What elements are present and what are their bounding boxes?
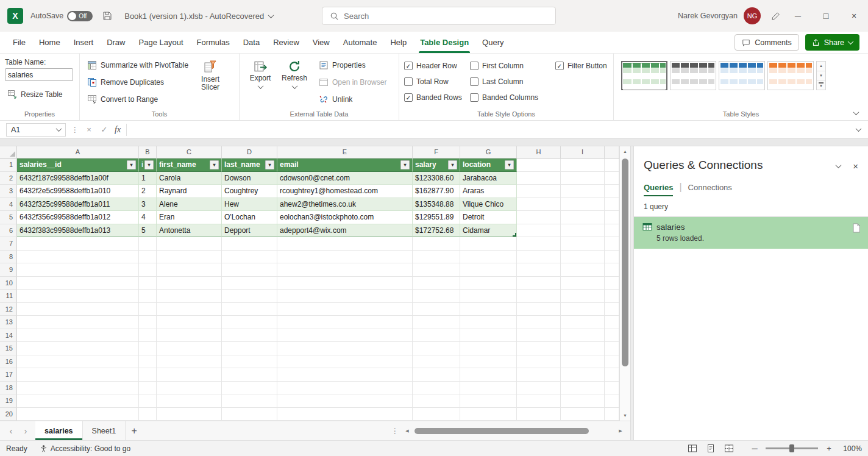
cell-B3[interactable]: 2 [139, 185, 157, 198]
cell-G11[interactable] [460, 290, 517, 303]
cell-C16[interactable] [157, 355, 222, 369]
table-style-orange[interactable] [767, 61, 814, 90]
row-header-11[interactable]: 11 [0, 290, 17, 303]
properties-button[interactable]: Properties [316, 58, 389, 73]
cell-A7[interactable] [17, 237, 139, 251]
cell-D1[interactable]: last_name▾ [222, 159, 277, 172]
filter-button[interactable]: ▾ [144, 160, 154, 169]
cell-A11[interactable] [17, 290, 139, 303]
name-box-options-icon[interactable]: ⋮ [71, 126, 79, 134]
ribbon-tab-review[interactable]: Review [266, 32, 306, 53]
checkbox-last-column[interactable]: Last Column [470, 77, 553, 86]
cell-B5[interactable]: 4 [139, 211, 157, 224]
vertical-scroll-thumb[interactable] [622, 159, 628, 366]
cell-H3[interactable] [517, 185, 561, 198]
select-all-corner[interactable] [0, 146, 17, 159]
filter-button[interactable]: ▾ [265, 160, 274, 169]
cell-D16[interactable] [222, 355, 277, 369]
cell-A9[interactable] [17, 263, 139, 277]
cell-H18[interactable] [517, 382, 561, 395]
cell-B13[interactable] [139, 316, 157, 329]
cell-I13[interactable] [561, 316, 605, 329]
checkbox-first-column[interactable]: First Column [470, 62, 553, 70]
cell-G5[interactable]: Detroit [460, 211, 517, 224]
cell-G12[interactable] [460, 303, 517, 316]
cell-F14[interactable] [413, 329, 460, 343]
column-header-C[interactable]: C [157, 146, 222, 159]
cell-D18[interactable] [222, 382, 277, 395]
column-header-D[interactable]: D [222, 146, 277, 159]
cell-I9[interactable] [561, 263, 605, 277]
cell-A14[interactable] [17, 329, 139, 343]
cell-F5[interactable]: $129551.89 [413, 211, 460, 224]
panel-collapse-chevron-icon[interactable] [836, 162, 842, 168]
cell-H2[interactable] [517, 172, 561, 185]
name-box[interactable]: A1 [6, 123, 66, 137]
row-header-17[interactable]: 17 [0, 368, 17, 382]
cell-G19[interactable] [460, 394, 517, 408]
cell-D14[interactable] [222, 329, 277, 343]
cell-E9[interactable] [277, 263, 413, 277]
cell-H19[interactable] [517, 394, 561, 408]
ribbon-tab-table-design[interactable]: Table Design [413, 32, 475, 53]
cell-F1[interactable]: salary▾ [413, 159, 460, 172]
cell-E20[interactable] [277, 408, 413, 421]
cell-I6[interactable] [561, 224, 605, 238]
cell-F3[interactable]: $162877.90 [413, 185, 460, 198]
cell-G6[interactable]: Cidamar [460, 224, 517, 238]
column-header-I[interactable]: I [561, 146, 605, 159]
cell-A8[interactable] [17, 251, 139, 264]
cell-D8[interactable] [222, 251, 277, 264]
cell-C6[interactable]: Antonetta [157, 224, 222, 238]
cell-F20[interactable] [413, 408, 460, 421]
cell-G20[interactable] [460, 408, 517, 421]
row-header-19[interactable]: 19 [0, 394, 17, 408]
pen-icon[interactable] [767, 7, 784, 24]
cell-A19[interactable] [17, 394, 139, 408]
cell-G17[interactable] [460, 368, 517, 382]
ribbon-tab-query[interactable]: Query [475, 32, 510, 53]
cell-I19[interactable] [561, 394, 605, 408]
cell-A3[interactable]: 6432f2e5c99588deffb1a010 [17, 185, 139, 198]
cell-I4[interactable] [561, 198, 605, 212]
cell-D19[interactable] [222, 394, 277, 408]
ribbon-tab-help[interactable]: Help [383, 32, 413, 53]
cell-A5[interactable]: 6432f356c99588deffb1a012 [17, 211, 139, 224]
cell-C18[interactable] [157, 382, 222, 395]
cell-I2[interactable] [561, 172, 605, 185]
row-header-4[interactable]: 4 [0, 198, 17, 212]
zoom-level[interactable]: 100% [840, 444, 862, 453]
ribbon-tab-page-layout[interactable]: Page Layout [132, 32, 190, 53]
cell-E8[interactable] [277, 251, 413, 264]
cell-G2[interactable]: Jarabacoa [460, 172, 517, 185]
row-header-20[interactable]: 20 [0, 408, 17, 421]
cell-B1[interactable]: id▾ [139, 159, 157, 172]
cell-E2[interactable]: cdowson0@cnet.com [277, 172, 413, 185]
column-header-E[interactable]: E [277, 146, 413, 159]
filter-button[interactable]: ▾ [505, 160, 514, 169]
zoom-out-button[interactable]: ─ [751, 444, 758, 453]
gallery-more-icon[interactable]: ▼ [817, 80, 825, 90]
zoom-slider[interactable] [766, 447, 818, 449]
row-header-13[interactable]: 13 [0, 316, 17, 329]
cell-F19[interactable] [413, 394, 460, 408]
cell-E13[interactable] [277, 316, 413, 329]
cell-I18[interactable] [561, 382, 605, 395]
cell-A15[interactable] [17, 342, 139, 355]
cell-E15[interactable] [277, 342, 413, 355]
row-header-14[interactable]: 14 [0, 329, 17, 343]
sheet-nav-left-icon[interactable]: ‹ [4, 426, 18, 436]
cell-H12[interactable] [517, 303, 561, 316]
cell-C3[interactable]: Raynard [157, 185, 222, 198]
accessibility-status[interactable]: Accessibility: Good to go [40, 444, 130, 453]
cell-C2[interactable]: Carola [157, 172, 222, 185]
gallery-scroll-up-icon[interactable]: ▲ [817, 62, 825, 71]
autosave-toggle[interactable]: AutoSave Off [30, 11, 93, 21]
cell-D7[interactable] [222, 237, 277, 251]
sheet-tab-sheet1[interactable]: Sheet1 [83, 421, 126, 440]
cell-B14[interactable] [139, 329, 157, 343]
row-header-18[interactable]: 18 [0, 382, 17, 395]
cell-H7[interactable] [517, 237, 561, 251]
panel-tab-queries[interactable]: Queries [644, 183, 673, 196]
cell-F8[interactable] [413, 251, 460, 264]
